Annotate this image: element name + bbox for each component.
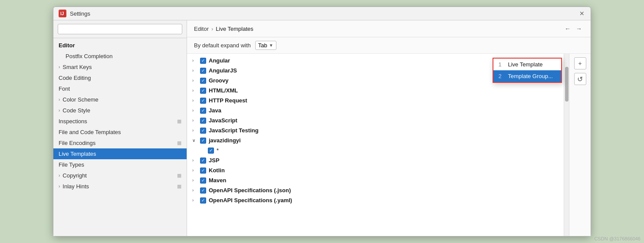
checkbox-angular[interactable] (200, 58, 206, 64)
sidebar-item-copyright[interactable]: › Copyright ▦ (53, 170, 187, 181)
checkbox-groovy[interactable] (200, 78, 206, 84)
template-label: Groovy (209, 77, 229, 84)
content-area: Editor Postfix Completion › Smart Keys C… (53, 20, 591, 236)
app-icon: IJ (59, 10, 66, 17)
window-title: Settings (70, 10, 90, 17)
checkbox-openapi-json[interactable] (200, 187, 206, 194)
checkbox-maven[interactable] (200, 177, 206, 184)
refresh-icon: ↺ (577, 75, 583, 83)
dropdown-item-label-live-template: Live Template (508, 61, 543, 68)
settings-window: IJ Settings ✕ Editor Postfix Completion (53, 7, 591, 236)
template-label: javazidingyi (209, 137, 241, 144)
template-label: Java (209, 107, 221, 114)
template-item-javascript-testing[interactable]: › JavaScript Testing (187, 125, 564, 135)
sidebar-item-label: Code Editing (59, 75, 91, 81)
sidebar-item-file-types[interactable]: File Types (53, 159, 187, 170)
template-item-openapi-yaml[interactable]: › OpenAPI Specifications (.yaml) (187, 195, 564, 205)
checkbox-html-xml[interactable] (200, 88, 206, 94)
dropdown-item-num-1: 1 (499, 61, 505, 68)
sidebar-item-file-code-templates[interactable]: File and Code Templates (53, 127, 187, 138)
sidebar-item-label: Copyright (62, 172, 87, 179)
sidebar-item-file-encodings[interactable]: File Encodings ▦ (53, 138, 187, 148)
sidebar-item-live-templates[interactable]: Live Templates (53, 148, 187, 159)
settings-icon: ▦ (177, 173, 181, 178)
sidebar: Editor Postfix Completion › Smart Keys C… (53, 20, 187, 236)
scrollbar-thumb[interactable] (565, 67, 568, 102)
forward-button[interactable]: → (574, 24, 584, 33)
nav-arrows: ← → (563, 24, 584, 33)
toolbar: By default expand with Tab ▼ (187, 37, 591, 54)
breadcrumb-bar: Editor › Live Templates ← → (187, 20, 591, 37)
chevron-right-icon: › (192, 68, 197, 73)
checkbox-openapi-yaml[interactable] (200, 197, 206, 204)
template-item-java[interactable]: › Java (187, 105, 564, 115)
settings-icon: ▦ (177, 140, 181, 146)
sidebar-item-label: Inlay Hints (62, 183, 89, 190)
add-button[interactable]: + 1 Live Template 2 Template Group... (574, 57, 586, 69)
back-button[interactable]: ← (563, 24, 572, 33)
template-item-jsp[interactable]: › JSP (187, 155, 564, 165)
template-label: HTML/XML (209, 87, 238, 94)
checkbox-javascript[interactable] (200, 118, 206, 124)
template-item-kotlin[interactable]: › Kotlin (187, 165, 564, 175)
template-label: Maven (209, 177, 226, 184)
sidebar-item-label: File and Code Templates (59, 129, 121, 135)
close-button[interactable]: ✕ (578, 10, 585, 17)
sidebar-item-code-editing[interactable]: Code Editing (53, 72, 187, 83)
checkbox-jsp[interactable] (200, 158, 206, 164)
sidebar-list: Editor Postfix Completion › Smart Keys C… (53, 38, 187, 236)
template-item-javascript[interactable]: › JavaScript (187, 115, 564, 125)
chevron-right-icon: › (192, 158, 197, 163)
sidebar-item-color-scheme[interactable]: › Color Scheme (53, 94, 187, 105)
scrollbar[interactable] (564, 54, 569, 236)
chevron-right-icon: › (192, 58, 197, 63)
dropdown-item-live-template[interactable]: 1 Live Template (493, 59, 561, 70)
chevron-down-icon: ▼ (269, 43, 273, 48)
dropdown-item-template-group[interactable]: 2 Template Group... (493, 70, 561, 82)
checkbox-javazidingyi[interactable] (200, 138, 206, 144)
expand-with-select[interactable]: Tab ▼ (255, 41, 276, 50)
sidebar-item-postfix-completion[interactable]: Postfix Completion (53, 51, 187, 62)
template-item-http-request[interactable]: › HTTP Request (187, 95, 564, 105)
template-item-star[interactable]: * (187, 145, 564, 155)
sidebar-item-label: Smart Keys (62, 64, 92, 70)
chevron-right-icon: › (59, 65, 60, 69)
template-label: JavaScript (209, 117, 237, 124)
title-bar: IJ Settings ✕ (53, 7, 591, 20)
template-item-openapi-json[interactable]: › OpenAPI Specifications (.json) (187, 185, 564, 195)
chevron-right-icon: › (192, 188, 197, 193)
checkbox-http-request[interactable] (200, 98, 206, 104)
template-label: Angular (209, 57, 230, 64)
templates-area: › Angular › AngularJS › Groovy (187, 54, 591, 236)
dropdown-item-num-2: 2 (499, 73, 505, 79)
refresh-button[interactable]: ↺ (574, 73, 586, 85)
dropdown-popup: 1 Live Template 2 Template Group... (493, 58, 562, 83)
sidebar-item-font[interactable]: Font (53, 83, 187, 94)
breadcrumb-parent: Editor (194, 26, 209, 32)
toolbar-label: By default expand with (194, 42, 251, 49)
template-item-maven[interactable]: › Maven (187, 175, 564, 185)
sidebar-item-smart-keys[interactable]: › Smart Keys (53, 62, 187, 72)
sidebar-item-inspections[interactable]: Inspections ▦ (53, 116, 187, 127)
breadcrumb: Editor › Live Templates (194, 26, 253, 32)
sidebar-editor-heading: Editor (53, 40, 187, 51)
checkbox-star[interactable] (208, 148, 214, 154)
template-item-javazidingyi[interactable]: ∨ javazidingyi (187, 135, 564, 145)
sidebar-item-inlay-hints[interactable]: › Inlay Hints ▦ (53, 181, 187, 192)
settings-icon: ▦ (177, 118, 181, 124)
template-label: AngularJS (209, 67, 237, 74)
sidebar-item-label: Postfix Completion (66, 53, 112, 59)
svg-text:IJ: IJ (60, 11, 64, 16)
sidebar-item-label: Color Scheme (62, 96, 98, 103)
template-label: Kotlin (209, 167, 225, 174)
breadcrumb-current: Live Templates (216, 26, 253, 32)
sidebar-item-label: File Encodings (59, 140, 95, 146)
checkbox-javascript-testing[interactable] (200, 128, 206, 134)
chevron-right-icon: › (192, 108, 197, 113)
checkbox-kotlin[interactable] (200, 167, 206, 174)
sidebar-item-code-style[interactable]: › Code Style (53, 105, 187, 116)
template-item-html-xml[interactable]: › HTML/XML (187, 85, 564, 95)
checkbox-angularjs[interactable] (200, 68, 206, 74)
checkbox-java[interactable] (200, 108, 206, 114)
search-input[interactable] (58, 24, 182, 34)
